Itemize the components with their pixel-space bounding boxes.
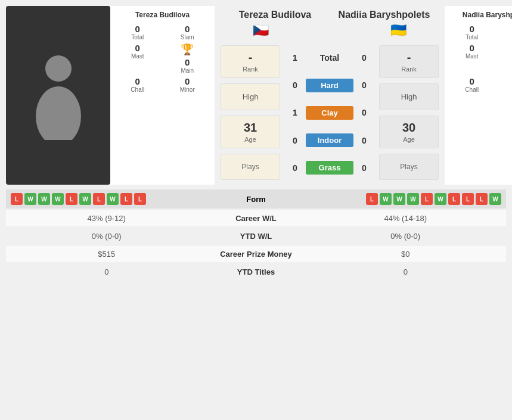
right-rank-card: - Rank [379,45,439,78]
left-plays-label: Plays [224,159,277,175]
left-stats-grid: 0 Total 0 Slam 0 Mast 🏆 0 Main 0 [115,24,210,93]
right-form-badge-5: W [435,193,446,205]
left-rank-label: Rank [224,66,277,73]
total-score-row: 1 Total 0 [289,51,370,65]
left-player-header: Tereza Budilova [221,10,330,20]
left-minor-label: Minor [180,86,195,93]
right-form-badge-8: L [476,193,488,205]
right-plays-card: Plays [379,154,439,180]
career-prize-left: $515 [11,250,203,259]
right-age-card: 30 Age [379,116,439,148]
total-left-score: 1 [289,53,301,63]
career-wl-right: 44% (14-18) [310,214,502,223]
right-form-badge-6: L [448,193,460,205]
right-age-value: 30 [383,121,435,135]
center-middle: - Rank High 31 Age Plays [215,41,445,185]
right-mast-stat: 0 Mast [449,43,495,74]
right-player-info: Nadiia Baryshpolets 0 Total 0 Slam 0 Mas… [445,6,512,185]
left-flag-container: 🇨🇿 [226,23,295,38]
main-container: Tereza Budilova 0 Total 0 Slam 0 Mast 🏆 … [0,0,512,288]
flags-row: 🇨🇿 🇺🇦 [215,20,445,41]
left-trophy-icon: 🏆 [181,43,194,56]
ytd-wl-row: 0% (0-0) YTD W/L 0% (0-0) [6,228,506,244]
left-chall-stat: 0 Chall [115,76,160,93]
right-chall-stat: 0 Chall [449,76,495,93]
hard-left-score: 0 [289,80,301,90]
left-player-name-label: Tereza Budilova [115,11,210,19]
hard-label: Hard [306,79,353,92]
left-rank-card: - Rank [221,45,280,78]
form-row: LWWWLWLWLL Form LWWWLWLLLW [6,189,506,209]
center-section: Tereza Budilova Nadiia Baryshpolets 🇨🇿 🇺… [215,6,445,185]
right-form-badges: LWWWLWLLLW [292,193,502,205]
left-age-card: 31 Age [221,116,280,148]
left-age-value: 31 [224,121,277,135]
left-chall-value: 0 [135,76,140,86]
scores-column: 1 Total 0 0 Hard 0 1 Clay 0 [286,41,373,185]
hard-score-row: 0 Hard 0 [289,79,370,92]
left-form-badge-2: W [38,193,50,205]
player-names-row: Tereza Budilova Nadiia Baryshpolets [215,6,445,20]
ytd-wl-left: 0% (0-0) [11,232,203,241]
total-right-score: 0 [358,53,370,63]
right-chall-label: Chall [465,86,479,93]
total-label: Total [306,51,353,65]
left-chall-label: Chall [131,86,144,93]
left-form-badges: LWWWLWLWLL [11,193,221,205]
grass-right-score: 0 [358,163,370,173]
right-form-badge-0: L [366,193,378,205]
left-form-badge-8: L [120,193,132,205]
right-minor-stat: 0 Minor [499,76,513,93]
left-form-badge-0: L [11,193,23,205]
left-flag-icon: 🇨🇿 [253,23,269,38]
left-slam-stat: 0 Slam [165,24,210,41]
left-form-badge-4: L [66,193,77,205]
clay-right-score: 0 [358,108,370,117]
left-age-label: Age [224,136,277,143]
left-form-badge-9: L [134,193,146,205]
left-plays-card: Plays [221,154,280,180]
left-total-label: Total [131,34,144,41]
grass-score-row: 0 Grass 0 [289,161,370,175]
svg-point-1 [36,86,81,140]
career-prize-row: $515 Career Prize Money $0 [6,246,506,262]
career-wl-left: 43% (9-12) [11,214,203,223]
left-main-value: 0 [185,57,190,67]
right-age-label: Age [383,136,435,143]
right-mast-label: Mast [466,53,479,60]
left-form-badge-6: L [93,193,105,205]
ytd-titles-right: 0 [310,267,502,276]
left-silhouette-icon [29,51,88,140]
left-info-cards: - Rank High 31 Age Plays [215,41,286,185]
right-player-header: Nadiia Baryshpolets [330,10,439,20]
right-header-name: Nadiia Baryshpolets [339,10,430,20]
career-prize-label: Career Prize Money [203,250,310,259]
ytd-titles-row: 0 YTD Titles 0 [6,264,506,280]
left-slam-label: Slam [181,34,194,41]
form-label: Form [221,195,292,204]
ytd-titles-left: 0 [11,267,203,276]
left-mast-stat: 0 Mast [115,43,160,74]
left-slam-value: 0 [185,24,190,34]
left-high-card: High [221,83,280,110]
right-form-badge-7: L [462,193,474,205]
left-total-value: 0 [135,24,140,34]
hard-right-score: 0 [358,80,370,90]
left-high-value: High [224,89,277,105]
right-high-value: High [383,89,435,105]
right-form-badge-2: W [393,193,405,205]
right-total-value: 0 [470,24,474,34]
left-player-photo [6,6,110,185]
indoor-score-row: 0 Indoor 0 [289,133,370,147]
left-form-badge-7: W [107,193,119,205]
right-flag-container: 🇺🇦 [364,23,433,38]
right-total-label: Total [466,34,478,41]
right-trophy-stat: 🏆 0 Main [499,43,513,74]
svg-point-0 [45,55,72,82]
indoor-left-score: 0 [289,136,301,145]
right-total-stat: 0 Total [449,24,495,41]
right-form-badge-4: L [421,193,433,205]
left-minor-stat: 0 Minor [165,76,210,93]
ytd-titles-label: YTD Titles [203,267,310,276]
right-info-cards: - Rank High 30 Age Plays [373,41,445,185]
